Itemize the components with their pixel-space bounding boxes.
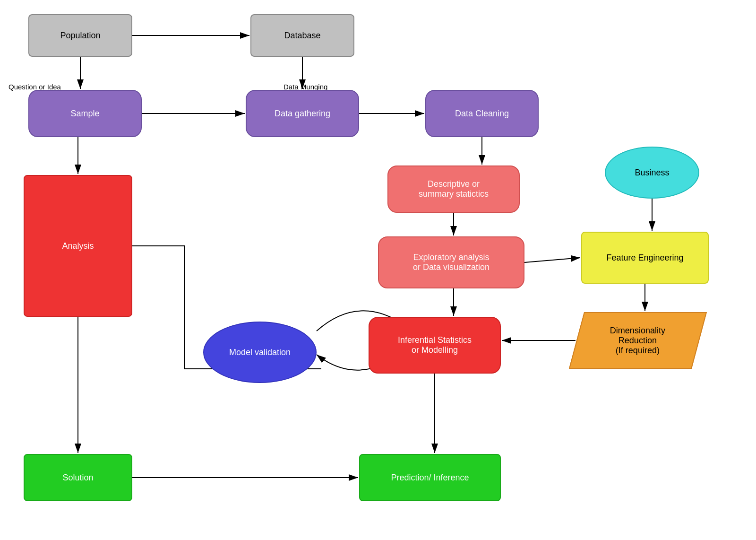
database-node: Database [250, 14, 354, 57]
solution-node: Solution [24, 454, 132, 501]
inferential-node: Inferential Statistics or Modelling [369, 317, 501, 374]
sample-node: Sample [28, 90, 142, 137]
population-node: Population [28, 14, 132, 57]
prediction-node: Prediction/ Inference [359, 454, 501, 501]
dimensionality-node: Dimensionality Reduction (If required) [569, 312, 707, 369]
svg-line-10 [524, 258, 580, 262]
analysis-node: Analysis [24, 175, 132, 317]
feature-engineering-node: Feature Engineering [581, 232, 709, 284]
data-gathering-node: Data gathering [246, 90, 359, 137]
business-node: Business [605, 147, 699, 199]
diagram-container: Question or Idea Data Munging Population… [0, 0, 756, 540]
exploratory-node: Exploratory analysis or Data visualizati… [378, 236, 524, 288]
model-validation-node: Model validation [203, 322, 317, 383]
descriptive-node: Descriptive or summary statictics [387, 165, 520, 213]
data-cleaning-node: Data Cleaning [425, 90, 539, 137]
